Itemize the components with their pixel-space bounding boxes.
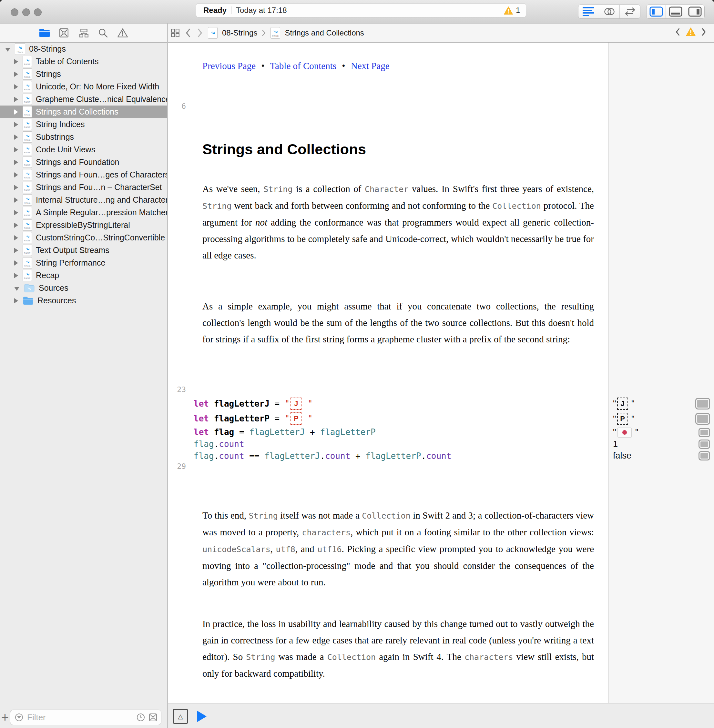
- result-row: false: [609, 450, 714, 461]
- disclosure-triangle[interactable]: [14, 248, 18, 253]
- warning-icon[interactable]: [686, 27, 696, 36]
- sidebar-item-strings-and-foundation[interactable]: PAGEStrings and Foundation: [0, 156, 167, 168]
- playground-file-icon: [208, 27, 218, 39]
- result-value: false: [613, 451, 632, 461]
- filter-icon: [14, 713, 24, 722]
- sidebar-item-internal-structure-ng-and-character[interactable]: PAGEInternal Structure…ng and Character: [0, 193, 167, 206]
- playground-editor[interactable]: Previous Page • Table of Contents • Next…: [168, 43, 608, 703]
- disclosure-triangle[interactable]: [14, 59, 18, 64]
- go-forward-button[interactable]: [196, 28, 203, 38]
- hierarchy-navigator-button[interactable]: [78, 27, 90, 39]
- code-line[interactable]: flag.count == flagLetterJ.count + flagLe…: [194, 450, 451, 462]
- sidebar-item-a-simple-regular-pression-matcher[interactable]: PAGEA Simple Regular…pression Matcher: [0, 206, 167, 219]
- sidebar-item-table-of-contents[interactable]: PAGETable of Contents: [0, 55, 167, 68]
- inline-code: characters: [465, 653, 513, 662]
- show-result-button[interactable]: [699, 439, 710, 449]
- disclosure-triangle[interactable]: [14, 147, 18, 152]
- previous-issue-button[interactable]: [675, 28, 680, 36]
- code-block[interactable]: let flagLetterJ = "J "let flagLetterP = …: [194, 396, 451, 462]
- jumpbar-project-name[interactable]: 08-Strings: [222, 28, 257, 37]
- toggle-navigator-panel-button[interactable]: [646, 5, 666, 18]
- find-navigator-button[interactable]: [97, 27, 109, 39]
- show-result-button[interactable]: [699, 451, 710, 460]
- go-back-button[interactable]: [184, 28, 192, 38]
- version-editor-button[interactable]: [620, 5, 640, 18]
- disclosure-triangle[interactable]: [14, 185, 18, 190]
- disclosure-triangle[interactable]: [14, 198, 18, 203]
- playground-page-icon: PAGE: [22, 232, 32, 243]
- code-token: .: [320, 451, 325, 461]
- code-token: flagLetterP: [320, 427, 375, 437]
- next-page-link[interactable]: Next Page: [351, 61, 390, 71]
- sidebar-item-string-indices[interactable]: PAGEString Indices: [0, 118, 167, 131]
- sidebar-item-strings-and-collections[interactable]: PAGEStrings and Collections: [0, 105, 167, 118]
- text-run: itself was not made a: [278, 510, 362, 520]
- disclosure-triangle[interactable]: [14, 298, 18, 303]
- sources-folder-icon: [24, 284, 35, 293]
- code-line[interactable]: let flagLetterP = "P ": [194, 411, 451, 426]
- disclosure-triangle[interactable]: [14, 273, 18, 278]
- disclosure-triangle[interactable]: [5, 48, 10, 52]
- filter-field[interactable]: [10, 710, 161, 725]
- related-items-icon[interactable]: [170, 28, 180, 38]
- disclosure-triangle[interactable]: [14, 172, 18, 177]
- symbol-navigator-button[interactable]: [58, 27, 70, 39]
- sidebar-item-sources[interactable]: Sources: [0, 282, 167, 294]
- sidebar-item-strings[interactable]: PAGEStrings: [0, 68, 167, 80]
- zoom-window-button[interactable]: [34, 8, 42, 16]
- show-result-button[interactable]: [695, 398, 710, 409]
- toggle-debug-panel-button[interactable]: [666, 5, 685, 18]
- filter-input[interactable]: [27, 712, 136, 723]
- run-playground-button[interactable]: [197, 711, 207, 722]
- sidebar-item-unicode-or-no-more-fixed-width[interactable]: PAGEUnicode, Or: No More Fixed Width: [0, 80, 167, 93]
- disclosure-triangle[interactable]: [14, 287, 20, 291]
- minimize-window-button[interactable]: [22, 8, 30, 16]
- toggle-debug-area-button[interactable]: △: [173, 709, 188, 724]
- add-button[interactable]: +: [0, 711, 10, 724]
- sidebar-item-expressiblebystringliteral[interactable]: PAGEExpressibleByStringLiteral: [0, 219, 167, 231]
- code-line[interactable]: let flag = flagLetterJ + flagLetterP: [194, 426, 451, 438]
- sidebar-item-strings-and-foun-ges-of-characters[interactable]: PAGEStrings and Foun…ges of Characters: [0, 168, 167, 181]
- code-token: =: [270, 414, 285, 423]
- sidebar-item-recap[interactable]: PAGERecap: [0, 269, 167, 282]
- disclosure-triangle[interactable]: [14, 135, 18, 140]
- disclosure-triangle[interactable]: [14, 223, 18, 228]
- recents-clock-icon[interactable]: [136, 713, 146, 722]
- code-line[interactable]: let flagLetterJ = "J ": [194, 396, 451, 411]
- show-result-button[interactable]: [695, 413, 710, 425]
- disclosure-triangle[interactable]: [14, 235, 18, 240]
- project-navigator-button[interactable]: [39, 27, 50, 39]
- disclosure-triangle[interactable]: [14, 72, 18, 77]
- previous-page-link[interactable]: Previous Page: [202, 61, 256, 71]
- sidebar-item-substrings[interactable]: PAGESubstrings: [0, 131, 167, 143]
- disclosure-triangle[interactable]: [14, 109, 18, 115]
- window-toolbar: Ready Today at 17:18 1: [0, 0, 714, 24]
- sidebar-item-strings-and-fou-n-characterset[interactable]: PAGEStrings and Fou…n – CharacterSet: [0, 181, 167, 193]
- disclosure-triangle[interactable]: [14, 261, 18, 265]
- boxed-cross-icon[interactable]: [148, 713, 158, 722]
- table-of-contents-link[interactable]: Table of Contents: [270, 61, 336, 71]
- sidebar-item-customstringco-stringconvertible[interactable]: PAGECustomStringCo…StringConvertible: [0, 231, 167, 244]
- disclosure-triangle[interactable]: [14, 210, 18, 215]
- sidebar-item-string-performance[interactable]: PAGEString Performance: [0, 256, 167, 269]
- show-result-button[interactable]: [699, 428, 710, 437]
- sidebar-item-08-strings[interactable]: PAGE08-Strings: [0, 43, 167, 55]
- issue-navigator-button[interactable]: [117, 27, 129, 39]
- jumpbar-page-name[interactable]: Strings and Collections: [285, 28, 364, 37]
- disclosure-triangle[interactable]: [14, 160, 18, 165]
- sidebar-item-code-unit-views[interactable]: PAGECode Unit Views: [0, 143, 167, 156]
- code-line[interactable]: flag.count: [194, 438, 451, 450]
- toggle-inspector-panel-button[interactable]: [685, 5, 704, 18]
- disclosure-triangle[interactable]: [14, 122, 18, 127]
- sidebar-item-grapheme-cluste-nical-equivalence[interactable]: PAGEGrapheme Cluste…nical Equivalence: [0, 93, 167, 105]
- next-issue-button[interactable]: [701, 28, 706, 36]
- code-token: +: [305, 427, 320, 437]
- close-window-button[interactable]: [10, 8, 18, 16]
- assistant-editor-button[interactable]: [599, 5, 620, 18]
- disclosure-triangle[interactable]: [14, 84, 18, 89]
- status-warning-badge[interactable]: 1: [504, 6, 520, 15]
- disclosure-triangle[interactable]: [14, 97, 18, 102]
- sidebar-item-resources[interactable]: Resources: [0, 294, 167, 307]
- standard-editor-button[interactable]: [578, 5, 599, 18]
- sidebar-item-text-output-streams[interactable]: PAGEText Output Streams: [0, 244, 167, 256]
